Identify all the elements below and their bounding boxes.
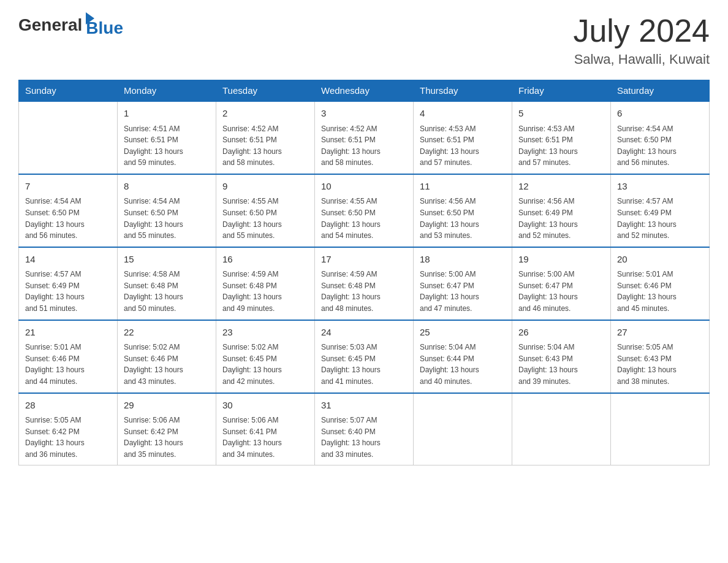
day-info: Sunrise: 5:04 AMSunset: 6:44 PMDaylight:… (420, 342, 506, 387)
day-number: 10 (321, 180, 407, 194)
calendar-cell: 3Sunrise: 4:52 AMSunset: 6:51 PMDaylight… (315, 101, 414, 174)
day-info: Sunrise: 5:03 AMSunset: 6:45 PMDaylight:… (321, 342, 407, 387)
day-number: 25 (420, 326, 506, 340)
logo-text-blue: Blue (86, 18, 123, 38)
calendar-cell: 2Sunrise: 4:52 AMSunset: 6:51 PMDaylight… (216, 101, 315, 174)
weekday-header-tuesday: Tuesday (216, 80, 315, 102)
calendar-week-row: 14Sunrise: 4:57 AMSunset: 6:49 PMDayligh… (19, 247, 710, 320)
weekday-header-sunday: Sunday (19, 80, 118, 102)
day-info: Sunrise: 4:54 AMSunset: 6:50 PMDaylight:… (124, 196, 210, 241)
calendar-cell: 13Sunrise: 4:57 AMSunset: 6:49 PMDayligh… (611, 174, 710, 247)
calendar-cell (512, 393, 611, 465)
calendar-cell: 29Sunrise: 5:06 AMSunset: 6:42 PMDayligh… (118, 393, 216, 465)
weekday-header-thursday: Thursday (414, 80, 512, 102)
day-info: Sunrise: 4:58 AMSunset: 6:48 PMDaylight:… (124, 269, 210, 314)
calendar-cell: 18Sunrise: 5:00 AMSunset: 6:47 PMDayligh… (414, 247, 512, 320)
calendar-cell: 22Sunrise: 5:02 AMSunset: 6:46 PMDayligh… (118, 320, 216, 393)
day-info: Sunrise: 4:53 AMSunset: 6:51 PMDaylight:… (518, 123, 604, 169)
day-info: Sunrise: 5:01 AMSunset: 6:46 PMDaylight:… (25, 342, 111, 387)
day-info: Sunrise: 5:04 AMSunset: 6:43 PMDaylight:… (518, 342, 604, 387)
calendar-cell: 31Sunrise: 5:07 AMSunset: 6:40 PMDayligh… (315, 393, 414, 465)
page-header: General Blue July 2024 Salwa, Hawalli, K… (18, 12, 710, 67)
calendar-cell: 23Sunrise: 5:02 AMSunset: 6:45 PMDayligh… (216, 320, 315, 393)
day-number: 6 (617, 107, 703, 121)
calendar-cell: 6Sunrise: 4:54 AMSunset: 6:50 PMDaylight… (611, 101, 710, 174)
day-number: 5 (518, 107, 604, 121)
day-info: Sunrise: 4:52 AMSunset: 6:51 PMDaylight:… (321, 123, 407, 169)
day-info: Sunrise: 5:00 AMSunset: 6:47 PMDaylight:… (518, 269, 604, 314)
calendar-cell: 14Sunrise: 4:57 AMSunset: 6:49 PMDayligh… (19, 247, 118, 320)
day-number: 1 (124, 107, 210, 121)
day-number: 15 (124, 253, 210, 267)
day-info: Sunrise: 4:57 AMSunset: 6:49 PMDaylight:… (25, 269, 111, 314)
day-info: Sunrise: 4:55 AMSunset: 6:50 PMDaylight:… (222, 196, 308, 241)
day-info: Sunrise: 5:05 AMSunset: 6:43 PMDaylight:… (617, 342, 703, 387)
calendar-week-row: 1Sunrise: 4:51 AMSunset: 6:51 PMDaylight… (19, 101, 710, 174)
day-info: Sunrise: 5:01 AMSunset: 6:46 PMDaylight:… (617, 269, 703, 314)
calendar-cell: 1Sunrise: 4:51 AMSunset: 6:51 PMDaylight… (118, 101, 216, 174)
day-number: 30 (222, 399, 308, 413)
calendar-cell (414, 393, 512, 465)
logo-text-general: General (18, 15, 82, 35)
title-section: July 2024 Salwa, Hawalli, Kuwait (573, 12, 710, 67)
calendar-cell (19, 101, 118, 174)
day-number: 4 (420, 107, 506, 121)
calendar-cell: 7Sunrise: 4:54 AMSunset: 6:50 PMDaylight… (19, 174, 118, 247)
day-info: Sunrise: 5:06 AMSunset: 6:42 PMDaylight:… (124, 415, 210, 460)
calendar-cell: 17Sunrise: 4:59 AMSunset: 6:48 PMDayligh… (315, 247, 414, 320)
day-number: 12 (518, 180, 604, 194)
day-number: 20 (617, 253, 703, 267)
calendar-cell: 20Sunrise: 5:01 AMSunset: 6:46 PMDayligh… (611, 247, 710, 320)
day-number: 8 (124, 180, 210, 194)
weekday-header-wednesday: Wednesday (315, 80, 414, 102)
calendar-cell: 16Sunrise: 4:59 AMSunset: 6:48 PMDayligh… (216, 247, 315, 320)
day-info: Sunrise: 4:57 AMSunset: 6:49 PMDaylight:… (617, 196, 703, 241)
calendar-cell: 30Sunrise: 5:06 AMSunset: 6:41 PMDayligh… (216, 393, 315, 465)
calendar-body: 1Sunrise: 4:51 AMSunset: 6:51 PMDaylight… (19, 101, 710, 465)
day-info: Sunrise: 5:07 AMSunset: 6:40 PMDaylight:… (321, 415, 407, 460)
calendar-cell: 4Sunrise: 4:53 AMSunset: 6:51 PMDaylight… (414, 101, 512, 174)
calendar-cell: 15Sunrise: 4:58 AMSunset: 6:48 PMDayligh… (118, 247, 216, 320)
calendar-cell: 5Sunrise: 4:53 AMSunset: 6:51 PMDaylight… (512, 101, 611, 174)
day-info: Sunrise: 4:59 AMSunset: 6:48 PMDaylight:… (321, 269, 407, 314)
calendar-cell: 28Sunrise: 5:05 AMSunset: 6:42 PMDayligh… (19, 393, 118, 465)
calendar-cell: 12Sunrise: 4:56 AMSunset: 6:49 PMDayligh… (512, 174, 611, 247)
calendar-cell (611, 393, 710, 465)
day-info: Sunrise: 4:54 AMSunset: 6:50 PMDaylight:… (617, 123, 703, 169)
location-title: Salwa, Hawalli, Kuwait (573, 52, 710, 67)
day-number: 19 (518, 253, 604, 267)
day-number: 18 (420, 253, 506, 267)
calendar-cell: 19Sunrise: 5:00 AMSunset: 6:47 PMDayligh… (512, 247, 611, 320)
calendar-cell: 8Sunrise: 4:54 AMSunset: 6:50 PMDaylight… (118, 174, 216, 247)
day-number: 27 (617, 326, 703, 340)
calendar-cell: 26Sunrise: 5:04 AMSunset: 6:43 PMDayligh… (512, 320, 611, 393)
day-info: Sunrise: 5:05 AMSunset: 6:42 PMDaylight:… (25, 415, 111, 460)
day-number: 31 (321, 399, 407, 413)
day-number: 29 (124, 399, 210, 413)
calendar-cell: 21Sunrise: 5:01 AMSunset: 6:46 PMDayligh… (19, 320, 118, 393)
weekday-header-monday: Monday (118, 80, 216, 102)
day-info: Sunrise: 4:51 AMSunset: 6:51 PMDaylight:… (124, 123, 210, 169)
day-number: 24 (321, 326, 407, 340)
day-number: 2 (222, 107, 308, 121)
calendar-cell: 10Sunrise: 4:55 AMSunset: 6:50 PMDayligh… (315, 174, 414, 247)
day-number: 11 (420, 180, 506, 194)
calendar-cell: 25Sunrise: 5:04 AMSunset: 6:44 PMDayligh… (414, 320, 512, 393)
day-number: 23 (222, 326, 308, 340)
calendar-cell: 9Sunrise: 4:55 AMSunset: 6:50 PMDaylight… (216, 174, 315, 247)
weekday-header-friday: Friday (512, 80, 611, 102)
day-number: 13 (617, 180, 703, 194)
calendar-cell: 24Sunrise: 5:03 AMSunset: 6:45 PMDayligh… (315, 320, 414, 393)
day-number: 7 (25, 180, 111, 194)
day-info: Sunrise: 5:02 AMSunset: 6:46 PMDaylight:… (124, 342, 210, 387)
day-info: Sunrise: 4:55 AMSunset: 6:50 PMDaylight:… (321, 196, 407, 241)
weekday-header-saturday: Saturday (611, 80, 710, 102)
day-number: 28 (25, 399, 111, 413)
day-number: 17 (321, 253, 407, 267)
day-number: 26 (518, 326, 604, 340)
day-info: Sunrise: 4:56 AMSunset: 6:50 PMDaylight:… (420, 196, 506, 241)
calendar-cell: 27Sunrise: 5:05 AMSunset: 6:43 PMDayligh… (611, 320, 710, 393)
day-info: Sunrise: 4:56 AMSunset: 6:49 PMDaylight:… (518, 196, 604, 241)
calendar-header: SundayMondayTuesdayWednesdayThursdayFrid… (19, 80, 710, 102)
day-info: Sunrise: 4:59 AMSunset: 6:48 PMDaylight:… (222, 269, 308, 314)
